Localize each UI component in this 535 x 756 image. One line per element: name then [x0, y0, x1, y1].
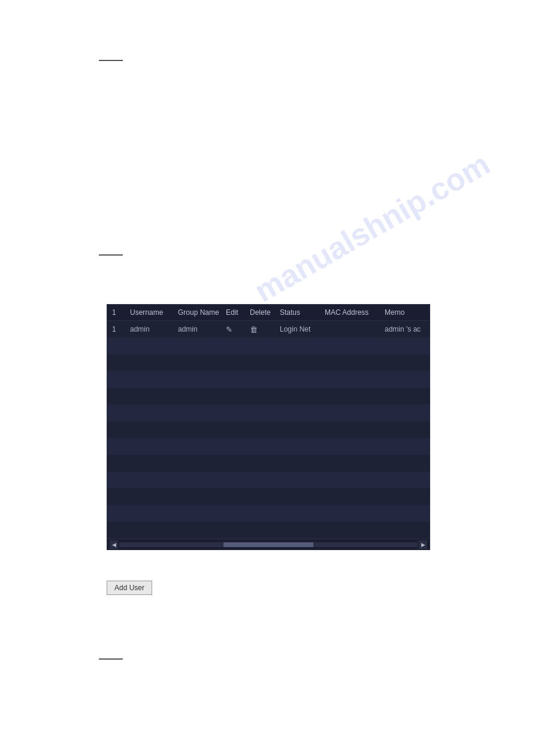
table-row-empty	[107, 371, 430, 388]
table-row-empty	[107, 438, 430, 455]
col-header-delete: Delete	[250, 308, 280, 317]
table-row-empty	[107, 522, 430, 539]
edit-icon[interactable]: ✎	[226, 325, 232, 334]
horizontal-scrollbar[interactable]: ◀ ▶	[107, 539, 430, 549]
table-row-empty	[107, 421, 430, 438]
scroll-track[interactable]	[119, 542, 418, 547]
user-table-panel: 1 Username Group Name Edit Delete Status…	[107, 304, 430, 550]
cell-status: Login Net	[280, 325, 325, 333]
cell-edit[interactable]: ✎	[226, 325, 250, 334]
decorative-line-3	[99, 658, 123, 660]
page-container: manualshnip.com 1 Username Group Name Ed…	[0, 0, 535, 756]
table-row-empty	[107, 455, 430, 472]
scroll-thumb[interactable]	[223, 542, 313, 547]
table-row-empty	[107, 338, 430, 354]
table-row-empty	[107, 472, 430, 488]
table-row-empty	[107, 354, 430, 371]
col-header-mac: MAC Address	[325, 308, 385, 317]
col-header-groupname: Group Name	[178, 308, 226, 317]
cell-username: admin	[130, 325, 178, 333]
delete-icon[interactable]: 🗑	[250, 325, 258, 334]
table-header: 1 Username Group Name Edit Delete Status…	[107, 305, 430, 321]
table-body: 1 admin admin ✎ 🗑 Login Net admin 's ac	[107, 321, 430, 539]
bottom-area: Add User	[107, 581, 152, 595]
col-header-edit: Edit	[226, 308, 250, 317]
col-header-username: Username	[130, 308, 178, 317]
col-header-status: Status	[280, 308, 325, 317]
table-row-empty	[107, 405, 430, 421]
cell-num: 1	[112, 325, 130, 333]
add-user-button[interactable]: Add User	[107, 581, 152, 595]
scroll-right-button[interactable]: ▶	[419, 541, 427, 549]
scroll-left-button[interactable]: ◀	[110, 541, 118, 549]
table-row: 1 admin admin ✎ 🗑 Login Net admin 's ac	[107, 321, 430, 338]
watermark: manualshnip.com	[249, 145, 496, 309]
cell-delete[interactable]: 🗑	[250, 325, 280, 334]
decorative-line-1	[99, 60, 123, 61]
col-header-memo: Memo	[385, 308, 425, 317]
cell-memo: admin 's ac	[385, 325, 425, 333]
table-row-empty	[107, 388, 430, 405]
table-row-empty	[107, 505, 430, 522]
cell-groupname: admin	[178, 325, 226, 333]
col-header-num: 1	[112, 308, 130, 317]
decorative-line-2	[99, 254, 123, 256]
table-row-empty	[107, 488, 430, 505]
